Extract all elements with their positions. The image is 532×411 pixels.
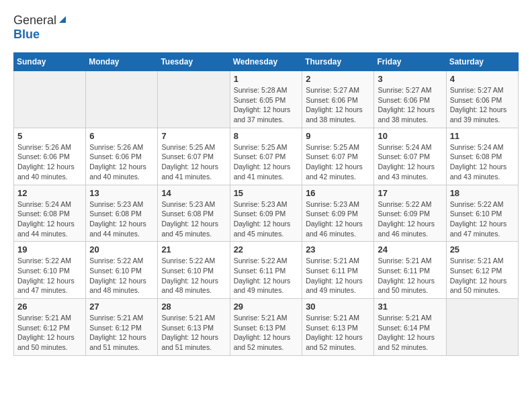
calendar-week-row: 5Sunrise: 5:26 AMSunset: 6:06 PMDaylight… [14, 128, 519, 185]
calendar-cell: 9Sunrise: 5:25 AMSunset: 6:07 PMDaylight… [302, 128, 374, 185]
calendar-cell: 6Sunrise: 5:26 AMSunset: 6:06 PMDaylight… [86, 128, 158, 185]
day-number: 28 [161, 302, 226, 312]
day-number: 14 [161, 188, 226, 198]
calendar-cell: 22Sunrise: 5:22 AMSunset: 6:11 PMDayligh… [230, 242, 302, 299]
day-header-friday: Friday [374, 53, 446, 71]
calendar-cell: 28Sunrise: 5:21 AMSunset: 6:13 PMDayligh… [158, 299, 230, 356]
day-detail: Sunrise: 5:21 AMSunset: 6:13 PMDaylight:… [234, 313, 299, 353]
calendar-cell: 21Sunrise: 5:22 AMSunset: 6:10 PMDayligh… [158, 242, 230, 299]
day-number: 10 [378, 131, 442, 141]
calendar-cell: 27Sunrise: 5:21 AMSunset: 6:12 PMDayligh… [86, 299, 158, 356]
day-detail: Sunrise: 5:24 AMSunset: 6:07 PMDaylight:… [378, 142, 442, 182]
calendar-cell: 8Sunrise: 5:25 AMSunset: 6:07 PMDaylight… [230, 128, 302, 185]
day-detail: Sunrise: 5:26 AMSunset: 6:06 PMDaylight:… [17, 142, 82, 182]
day-number: 17 [378, 188, 442, 198]
calendar-cell: 11Sunrise: 5:24 AMSunset: 6:08 PMDayligh… [446, 128, 518, 185]
day-detail: Sunrise: 5:27 AMSunset: 6:06 PMDaylight:… [306, 85, 370, 125]
calendar-cell: 4Sunrise: 5:27 AMSunset: 6:06 PMDaylight… [446, 71, 518, 128]
day-detail: Sunrise: 5:27 AMSunset: 6:06 PMDaylight:… [450, 85, 515, 125]
logo-triangle-icon [58, 15, 67, 27]
calendar-cell: 25Sunrise: 5:21 AMSunset: 6:12 PMDayligh… [446, 242, 518, 299]
calendar-cell: 2Sunrise: 5:27 AMSunset: 6:06 PMDaylight… [302, 71, 374, 128]
calendar-cell: 20Sunrise: 5:22 AMSunset: 6:10 PMDayligh… [86, 242, 158, 299]
calendar-cell: 19Sunrise: 5:22 AMSunset: 6:10 PMDayligh… [14, 242, 86, 299]
day-number: 19 [17, 244, 82, 255]
day-number: 13 [89, 188, 154, 198]
day-header-monday: Monday [86, 53, 158, 71]
calendar-week-row: 1Sunrise: 5:28 AMSunset: 6:05 PMDaylight… [14, 71, 519, 128]
day-number: 24 [378, 244, 442, 255]
calendar-cell: 10Sunrise: 5:24 AMSunset: 6:07 PMDayligh… [374, 128, 446, 185]
day-detail: Sunrise: 5:22 AMSunset: 6:10 PMDaylight:… [89, 256, 154, 295]
day-detail: Sunrise: 5:26 AMSunset: 6:06 PMDaylight:… [89, 142, 154, 182]
day-number: 18 [450, 188, 515, 198]
day-detail: Sunrise: 5:28 AMSunset: 6:05 PMDaylight:… [234, 85, 299, 125]
calendar-cell: 5Sunrise: 5:26 AMSunset: 6:06 PMDaylight… [14, 128, 86, 185]
calendar-cell: 1Sunrise: 5:28 AMSunset: 6:05 PMDaylight… [230, 71, 302, 128]
calendar-cell: 30Sunrise: 5:21 AMSunset: 6:13 PMDayligh… [302, 299, 374, 356]
day-detail: Sunrise: 5:22 AMSunset: 6:10 PMDaylight:… [161, 256, 226, 295]
day-detail: Sunrise: 5:22 AMSunset: 6:09 PMDaylight:… [378, 199, 442, 239]
day-header-saturday: Saturday [446, 53, 518, 71]
logo: General Blue [13, 13, 67, 42]
calendar-cell: 7Sunrise: 5:25 AMSunset: 6:07 PMDaylight… [158, 128, 230, 185]
calendar-week-row: 12Sunrise: 5:24 AMSunset: 6:08 PMDayligh… [14, 185, 519, 242]
calendar-cell: 3Sunrise: 5:27 AMSunset: 6:06 PMDaylight… [374, 71, 446, 128]
day-detail: Sunrise: 5:21 AMSunset: 6:11 PMDaylight:… [306, 256, 370, 295]
day-number: 27 [89, 302, 154, 312]
day-number: 8 [234, 131, 299, 141]
day-number: 16 [306, 188, 370, 198]
day-detail: Sunrise: 5:23 AMSunset: 6:08 PMDaylight:… [89, 199, 154, 239]
calendar-cell: 24Sunrise: 5:21 AMSunset: 6:11 PMDayligh… [374, 242, 446, 299]
calendar-cell: 18Sunrise: 5:22 AMSunset: 6:10 PMDayligh… [446, 185, 518, 242]
day-number: 11 [450, 131, 515, 141]
day-detail: Sunrise: 5:27 AMSunset: 6:06 PMDaylight:… [378, 85, 442, 125]
day-detail: Sunrise: 5:24 AMSunset: 6:08 PMDaylight:… [450, 142, 515, 182]
day-number: 5 [17, 131, 82, 141]
day-number: 1 [234, 74, 299, 84]
day-header-thursday: Thursday [302, 53, 374, 71]
day-detail: Sunrise: 5:25 AMSunset: 6:07 PMDaylight:… [161, 142, 226, 182]
day-detail: Sunrise: 5:25 AMSunset: 6:07 PMDaylight:… [234, 142, 299, 182]
day-detail: Sunrise: 5:21 AMSunset: 6:12 PMDaylight:… [450, 256, 515, 295]
day-number: 21 [161, 244, 226, 255]
day-detail: Sunrise: 5:21 AMSunset: 6:13 PMDaylight:… [161, 313, 226, 353]
day-detail: Sunrise: 5:23 AMSunset: 6:08 PMDaylight:… [161, 199, 226, 239]
day-headers-row: SundayMondayTuesdayWednesdayThursdayFrid… [14, 53, 519, 71]
day-header-wednesday: Wednesday [230, 53, 302, 71]
day-number: 20 [89, 244, 154, 255]
day-number: 23 [306, 244, 370, 255]
day-detail: Sunrise: 5:21 AMSunset: 6:11 PMDaylight:… [378, 256, 442, 295]
day-number: 31 [378, 302, 442, 312]
calendar-body: 1Sunrise: 5:28 AMSunset: 6:05 PMDaylight… [14, 71, 519, 356]
calendar-cell: 15Sunrise: 5:23 AMSunset: 6:09 PMDayligh… [230, 185, 302, 242]
day-number: 7 [161, 131, 226, 141]
day-detail: Sunrise: 5:23 AMSunset: 6:09 PMDaylight:… [306, 199, 370, 239]
calendar-table: SundayMondayTuesdayWednesdayThursdayFrid… [13, 52, 519, 356]
calendar-cell: 13Sunrise: 5:23 AMSunset: 6:08 PMDayligh… [86, 185, 158, 242]
day-detail: Sunrise: 5:23 AMSunset: 6:09 PMDaylight:… [234, 199, 299, 239]
calendar-cell: 29Sunrise: 5:21 AMSunset: 6:13 PMDayligh… [230, 299, 302, 356]
calendar-week-row: 19Sunrise: 5:22 AMSunset: 6:10 PMDayligh… [14, 242, 519, 299]
day-detail: Sunrise: 5:22 AMSunset: 6:11 PMDaylight:… [234, 256, 299, 295]
logo-general-text: General [13, 13, 56, 28]
day-number: 26 [17, 302, 82, 312]
day-number: 30 [306, 302, 370, 312]
day-number: 4 [450, 74, 515, 84]
day-detail: Sunrise: 5:21 AMSunset: 6:13 PMDaylight:… [306, 313, 370, 353]
day-detail: Sunrise: 5:21 AMSunset: 6:12 PMDaylight:… [17, 313, 82, 353]
calendar-cell: 12Sunrise: 5:24 AMSunset: 6:08 PMDayligh… [14, 185, 86, 242]
day-number: 9 [306, 131, 370, 141]
day-number: 25 [450, 244, 515, 255]
day-number: 22 [234, 244, 299, 255]
logo-blue-text: Blue [13, 28, 40, 41]
page-header: General Blue [13, 13, 519, 42]
day-detail: Sunrise: 5:22 AMSunset: 6:10 PMDaylight:… [450, 199, 515, 239]
day-number: 29 [234, 302, 299, 312]
calendar-cell: 26Sunrise: 5:21 AMSunset: 6:12 PMDayligh… [14, 299, 86, 356]
calendar-cell [446, 299, 518, 356]
calendar-cell [158, 71, 230, 128]
calendar-cell: 14Sunrise: 5:23 AMSunset: 6:08 PMDayligh… [158, 185, 230, 242]
calendar-cell: 16Sunrise: 5:23 AMSunset: 6:09 PMDayligh… [302, 185, 374, 242]
calendar-header: SundayMondayTuesdayWednesdayThursdayFrid… [14, 53, 519, 71]
